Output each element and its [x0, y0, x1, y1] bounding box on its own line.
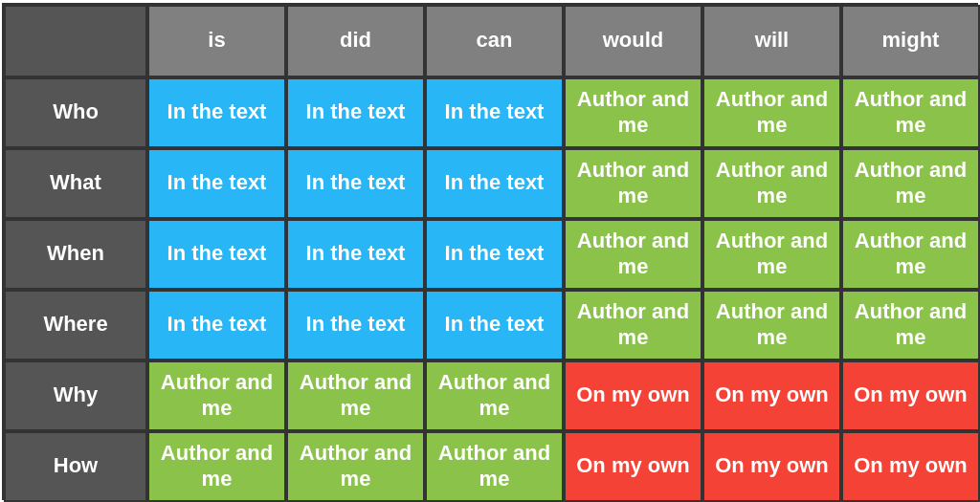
cell-when-can: In the text [425, 219, 564, 290]
header-col-would: would [564, 5, 702, 77]
cell-who-can: In the text [425, 77, 564, 148]
row-header-who: Who [4, 77, 147, 148]
row-header-when: When [4, 219, 147, 290]
header-col-can: can [425, 5, 564, 77]
cell-how-will: On my own [702, 431, 841, 502]
cell-why-is: Author and me [147, 360, 286, 431]
cell-where-might: Author and me [841, 290, 980, 360]
cell-how-might: On my own [841, 431, 980, 502]
cell-who-will: Author and me [702, 77, 841, 148]
row-header-what: What [4, 148, 147, 219]
header-col-will: will [702, 5, 841, 77]
cell-where-would: Author and me [564, 290, 702, 360]
cell-who-did: In the text [286, 77, 425, 148]
row-header-where: Where [4, 290, 147, 360]
cell-who-might: Author and me [841, 77, 980, 148]
cell-when-is: In the text [147, 219, 286, 290]
row-header-why: Why [4, 360, 147, 431]
cell-why-would: On my own [564, 360, 702, 431]
header-col-is: is [147, 5, 286, 77]
corner-cell [4, 5, 147, 77]
cell-when-might: Author and me [841, 219, 980, 290]
cell-where-is: In the text [147, 290, 286, 360]
cell-why-might: On my own [841, 360, 980, 431]
cell-what-might: Author and me [841, 148, 980, 219]
header-col-might: might [841, 5, 980, 77]
cell-how-would: On my own [564, 431, 702, 502]
main-grid: is did can would will might Who In the t… [2, 3, 978, 500]
cell-when-would: Author and me [564, 219, 702, 290]
cell-how-is: Author and me [147, 431, 286, 502]
cell-what-can: In the text [425, 148, 564, 219]
cell-where-did: In the text [286, 290, 425, 360]
cell-what-did: In the text [286, 148, 425, 219]
header-col-did: did [286, 5, 425, 77]
cell-what-would: Author and me [564, 148, 702, 219]
cell-when-did: In the text [286, 219, 425, 290]
cell-where-can: In the text [425, 290, 564, 360]
cell-how-can: Author and me [425, 431, 564, 502]
cell-why-will: On my own [702, 360, 841, 431]
cell-when-will: Author and me [702, 219, 841, 290]
row-header-how: How [4, 431, 147, 502]
cell-what-will: Author and me [702, 148, 841, 219]
cell-how-did: Author and me [286, 431, 425, 502]
cell-why-can: Author and me [425, 360, 564, 431]
cell-who-would: Author and me [564, 77, 702, 148]
cell-where-will: Author and me [702, 290, 841, 360]
cell-who-is: In the text [147, 77, 286, 148]
cell-what-is: In the text [147, 148, 286, 219]
cell-why-did: Author and me [286, 360, 425, 431]
